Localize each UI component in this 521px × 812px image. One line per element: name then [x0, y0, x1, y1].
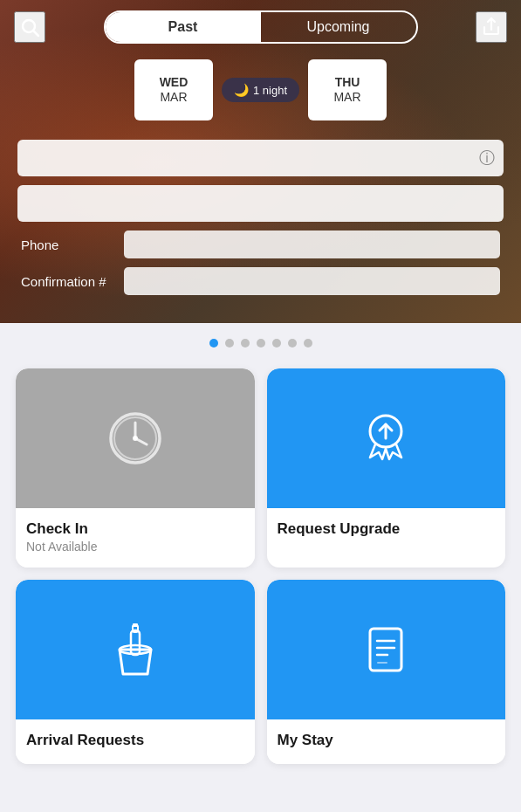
upgrade-title: Request Upgrade [278, 520, 496, 538]
checkout-day: THU [335, 75, 360, 90]
nights-badge: 🌙 1 night [222, 78, 299, 102]
tab-past[interactable]: Past [106, 12, 261, 42]
address-row [17, 185, 504, 222]
svg-rect-17 [377, 662, 387, 664]
mystay-icon-area [267, 580, 506, 719]
mystay-label-area: My Stay [267, 719, 506, 763]
checkin-card[interactable]: Check In Not Available [16, 368, 255, 568]
moon-icon: 🌙 [234, 83, 249, 97]
svg-rect-13 [370, 629, 401, 671]
checkin-day: WED [160, 75, 189, 90]
dot-7[interactable] [304, 339, 312, 348]
tab-upcoming[interactable]: Upcoming [261, 12, 416, 42]
share-button[interactable] [476, 11, 507, 43]
hotel-name-row: ⓘ [17, 140, 504, 176]
hotel-name-input[interactable] [17, 140, 504, 176]
share-icon [481, 17, 502, 38]
dot-4[interactable] [257, 339, 265, 348]
search-button[interactable] [14, 11, 45, 43]
award-icon [351, 403, 421, 473]
checkin-label-area: Check In Not Available [16, 508, 255, 568]
checkin-icon-area [16, 368, 255, 508]
nights-label: 1 night [253, 84, 287, 97]
dot-2[interactable] [225, 339, 234, 348]
phone-row: Phone [17, 231, 504, 258]
info-icon: ⓘ [479, 148, 495, 169]
confirm-label: Confirmation # [21, 274, 117, 289]
checkin-subtitle: Not Available [26, 540, 244, 554]
checkout-month: MAR [333, 90, 360, 105]
dot-6[interactable] [288, 339, 297, 348]
dot-5[interactable] [272, 339, 281, 348]
arrival-label-area: Arrival Requests [16, 719, 255, 763]
svg-line-1 [34, 31, 39, 37]
tab-toggle: Past Upcoming [104, 10, 418, 44]
svg-point-7 [133, 436, 138, 441]
arrival-title: Arrival Requests [26, 732, 244, 749]
svg-rect-12 [133, 623, 138, 627]
info-fields: ⓘ Phone Confirmation # [0, 140, 521, 295]
checkout-date-box: THU MAR [308, 59, 387, 120]
clock-icon [100, 403, 170, 473]
arrival-card[interactable]: Arrival Requests [16, 580, 255, 763]
confirm-row: Confirmation # [17, 267, 504, 295]
arrival-icon-area [16, 580, 255, 719]
upgrade-icon-area [267, 368, 506, 508]
mystay-card[interactable]: My Stay [267, 580, 506, 763]
upgrade-card[interactable]: Request Upgrade [267, 368, 506, 568]
hero-section: Past Upcoming WED MAR 🌙 1 night THU MAR [0, 0, 521, 323]
search-icon [19, 17, 40, 38]
dates-row: WED MAR 🌙 1 night THU MAR [0, 59, 521, 120]
svg-rect-10 [131, 630, 140, 655]
confirm-value [124, 267, 500, 295]
checkin-title: Check In [26, 520, 244, 538]
document-icon [351, 615, 421, 685]
mystay-title: My Stay [278, 732, 496, 749]
phone-value [124, 231, 500, 258]
upgrade-label-area: Request Upgrade [267, 508, 506, 552]
dot-1[interactable] [209, 339, 218, 348]
checkin-date-box: WED MAR [134, 59, 213, 120]
phone-label: Phone [21, 237, 117, 252]
checkin-month: MAR [160, 90, 187, 105]
action-grid: Check In Not Available Request Upgrade [0, 360, 521, 790]
top-bar: Past Upcoming [0, 0, 521, 54]
dot-3[interactable] [241, 339, 250, 348]
address-input[interactable] [17, 185, 504, 222]
page-dots [0, 323, 521, 360]
bottle-icon [100, 615, 170, 685]
